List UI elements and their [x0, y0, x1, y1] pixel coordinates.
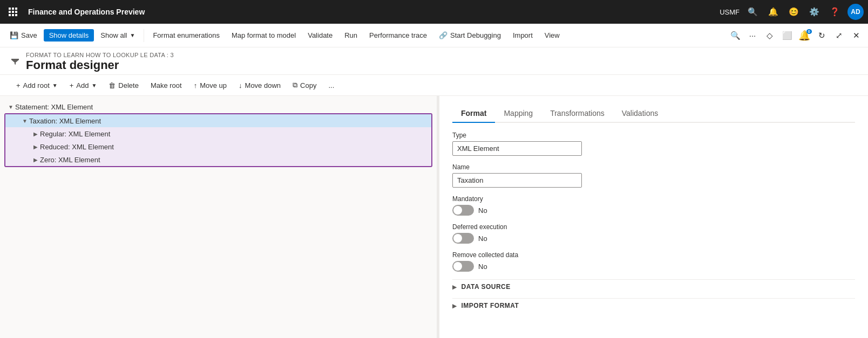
arrow-down-icon: ↓ [239, 81, 242, 89]
debug-icon: 🔗 [439, 31, 447, 39]
chevron-down-icon: ▼ [130, 32, 135, 38]
selected-group: ▼ Taxation: XML Element ▶ Regular: XML E… [4, 113, 432, 167]
top-navigation: Finance and Operations Preview USMF 🔍 🔔 … [0, 0, 868, 24]
chevron-right-icon: ▶ [452, 303, 457, 309]
chevron-down-icon: ▼ [52, 82, 58, 88]
show-all-button[interactable]: Show all ▼ [95, 29, 140, 42]
tree-toggle-statement[interactable]: ▼ [6, 102, 15, 111]
name-input[interactable] [452, 173, 582, 188]
type-field-group: Type [452, 132, 855, 156]
tree-item-zero[interactable]: ▶ Zero: XML Element [5, 153, 431, 166]
remove-toggle[interactable] [452, 261, 474, 272]
tree-item-label: Zero: XML Element [40, 156, 100, 164]
tree-toggle-taxation[interactable]: ▼ [21, 116, 29, 125]
remove-label: Remove collected data [452, 251, 855, 259]
more-options-icon[interactable]: ··· [745, 28, 760, 43]
copy-button[interactable]: ⧉ Copy [287, 78, 322, 92]
move-up-button[interactable]: ↑ Move up [188, 79, 232, 92]
remove-value: No [478, 263, 487, 271]
svg-rect-7 [12, 14, 14, 16]
data-source-label: DATA SOURCE [462, 283, 511, 291]
remove-field-group: Remove collected data No [452, 251, 855, 272]
tree-item-taxation[interactable]: ▼ Taxation: XML Element [5, 114, 431, 127]
make-root-button[interactable]: Make root [145, 79, 187, 92]
performance-trace-button[interactable]: Performance trace [364, 29, 432, 42]
import-button[interactable]: Import [507, 29, 538, 42]
validate-button[interactable]: Validate [302, 29, 338, 42]
filter-icon[interactable] [11, 57, 19, 67]
avatar[interactable]: AD [847, 4, 864, 20]
bell-icon[interactable]: 🔔 [765, 4, 781, 19]
toolbar: 💾 Save Show details Show all ▼ Format en… [0, 24, 868, 47]
view-button[interactable]: View [539, 29, 565, 42]
diamond-icon[interactable]: ◇ [762, 28, 777, 43]
tree-item-label: Reduced: XML Element [40, 143, 114, 151]
deferred-value: No [478, 234, 487, 243]
chevron-right-icon: ▶ [452, 284, 457, 290]
delete-icon: 🗑 [109, 81, 116, 89]
plus-icon: + [16, 81, 21, 89]
add-button[interactable]: + Add ▼ [64, 79, 103, 92]
app-title: Finance and Operations Preview [22, 8, 151, 16]
tree-item-regular[interactable]: ▶ Regular: XML Element [5, 127, 431, 140]
waffle-menu-icon[interactable] [4, 3, 22, 20]
svg-rect-8 [15, 14, 17, 16]
left-tree-panel: ▼ Statement: XML Element ▼ Taxation: XML… [0, 96, 437, 338]
settings-icon[interactable]: ⚙️ [806, 4, 822, 19]
mandatory-toggle[interactable] [452, 205, 474, 216]
tree-item-label: Statement: XML Element [15, 103, 93, 111]
tab-mapping[interactable]: Mapping [495, 105, 541, 123]
map-format-button[interactable]: Map format to model [226, 29, 301, 42]
deferred-toggle[interactable] [452, 233, 474, 244]
format-enumerations-button[interactable]: Format enumerations [147, 29, 225, 42]
mandatory-field-group: Mandatory No [452, 195, 855, 216]
run-button[interactable]: Run [339, 29, 363, 42]
tab-format[interactable]: Format [452, 105, 495, 123]
tree-item-label: Taxation: XML Element [29, 117, 101, 125]
start-debugging-button[interactable]: 🔗 Start Debugging [433, 29, 506, 42]
help-icon[interactable]: ❓ [827, 4, 842, 19]
expand-icon[interactable]: ⤢ [831, 28, 846, 43]
breadcrumb: FORMAT TO LEARN HOW TO LOOKUP LE DATA : … [26, 52, 174, 58]
toolbar-separator-1 [144, 29, 144, 42]
tab-validations[interactable]: Validations [613, 105, 667, 123]
toolbar-search-icon[interactable]: 🔍 [728, 28, 743, 43]
name-field-group: Name [452, 163, 855, 188]
delete-button[interactable]: 🗑 Delete [103, 79, 144, 92]
data-source-section[interactable]: ▶ DATA SOURCE [452, 279, 855, 294]
close-icon[interactable]: ✕ [849, 28, 864, 43]
move-down-button[interactable]: ↓ Move down [233, 79, 286, 92]
tree-toggle-zero[interactable]: ▶ [31, 155, 40, 164]
tree-toggle-regular[interactable]: ▶ [31, 129, 40, 138]
smile-icon[interactable]: 😊 [786, 4, 801, 19]
import-format-section[interactable]: ▶ IMPORT FORMAT [452, 298, 855, 313]
show-details-button[interactable]: Show details [44, 29, 94, 42]
tree-item-reduced[interactable]: ▶ Reduced: XML Element [5, 140, 431, 153]
svg-rect-4 [12, 11, 14, 13]
save-button[interactable]: 💾 Save [4, 29, 43, 42]
svg-rect-3 [9, 11, 11, 13]
svg-rect-1 [12, 8, 14, 10]
svg-rect-0 [9, 8, 11, 10]
refresh-icon[interactable]: ↻ [814, 28, 829, 43]
type-input[interactable] [452, 141, 582, 156]
mandatory-label: Mandatory [452, 195, 855, 203]
badge-icon[interactable]: 🔔0 [797, 28, 812, 43]
add-root-button[interactable]: + Add root ▼ [11, 79, 63, 92]
page-header: FORMAT TO LEARN HOW TO LOOKUP LE DATA : … [0, 47, 868, 75]
main-area: FORMAT TO LEARN HOW TO LOOKUP LE DATA : … [0, 47, 868, 338]
tree-item-statement[interactable]: ▼ Statement: XML Element [0, 100, 437, 113]
chevron-down-icon: ▼ [91, 82, 97, 88]
search-icon[interactable]: 🔍 [745, 4, 760, 19]
plus-icon: + [70, 81, 74, 89]
tabs: Format Mapping Transformations Validatio… [452, 105, 855, 123]
deferred-field-group: Deferred execution No [452, 223, 855, 244]
import-format-label: IMPORT FORMAT [462, 302, 519, 309]
tree-toggle-reduced[interactable]: ▶ [31, 142, 40, 151]
tab-transformations[interactable]: Transformations [541, 105, 613, 123]
arrow-up-icon: ↑ [194, 81, 198, 89]
save-icon: 💾 [10, 31, 18, 39]
content-split: ▼ Statement: XML Element ▼ Taxation: XML… [0, 96, 868, 338]
panel-icon[interactable]: ⬜ [779, 28, 795, 43]
more-button[interactable]: ... [323, 79, 340, 92]
